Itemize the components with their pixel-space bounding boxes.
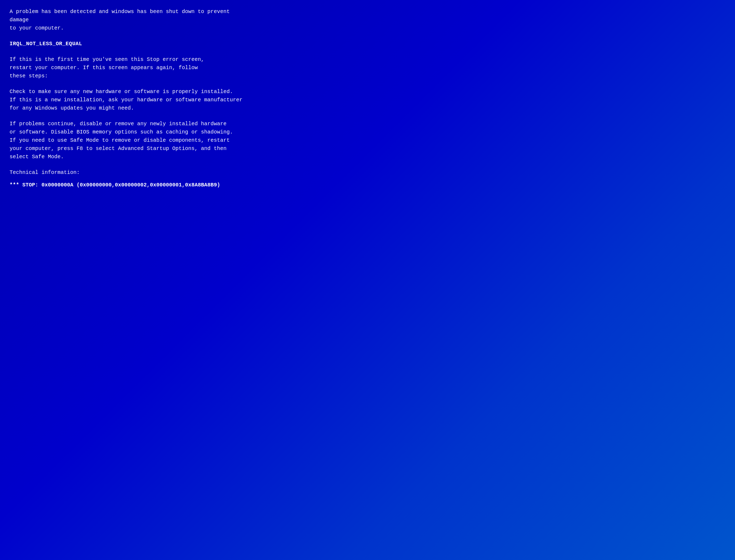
stop-code: *** STOP: 0x0000000A (0x00000000,0x00000… bbox=[10, 181, 249, 189]
check-hardware-line-3: for any Windows updates you might need. bbox=[10, 104, 249, 112]
intro-line-1: A problem has been detected and windows … bbox=[10, 7, 249, 24]
problems-continue-paragraph: If problems continue, disable or remove … bbox=[10, 120, 249, 161]
first-time-line-1: If this is the first time you've seen th… bbox=[10, 55, 249, 64]
bsod-content: A problem has been detected and windows … bbox=[10, 7, 249, 189]
check-hardware-line-1: Check to make sure any new hardware or s… bbox=[10, 87, 249, 96]
problems-continue-line-5: select Safe Mode. bbox=[10, 153, 249, 161]
problems-continue-line-1: If problems continue, disable or remove … bbox=[10, 120, 249, 128]
first-time-line-2: restart your computer. If this screen ap… bbox=[10, 64, 249, 72]
intro-paragraph: A problem has been detected and windows … bbox=[10, 7, 249, 32]
problems-continue-line-4: your computer, press F8 to select Advanc… bbox=[10, 144, 249, 153]
problems-continue-line-3: If you need to use Safe Mode to remove o… bbox=[10, 136, 249, 144]
error-code: IRQL_NOT_LESS_OR_EQUAL bbox=[10, 40, 249, 48]
first-time-line-3: these steps: bbox=[10, 72, 249, 80]
problems-continue-line-2: or software. Disable BIOS memory options… bbox=[10, 128, 249, 136]
bsod-screen: A problem has been detected and windows … bbox=[0, 0, 735, 560]
check-hardware-paragraph: Check to make sure any new hardware or s… bbox=[10, 87, 249, 112]
check-hardware-line-2: If this is a new installation, ask your … bbox=[10, 96, 249, 104]
intro-line-2: to your computer. bbox=[10, 24, 249, 32]
technical-info-label: Technical information: bbox=[10, 168, 249, 177]
first-time-paragraph: If this is the first time you've seen th… bbox=[10, 55, 249, 80]
